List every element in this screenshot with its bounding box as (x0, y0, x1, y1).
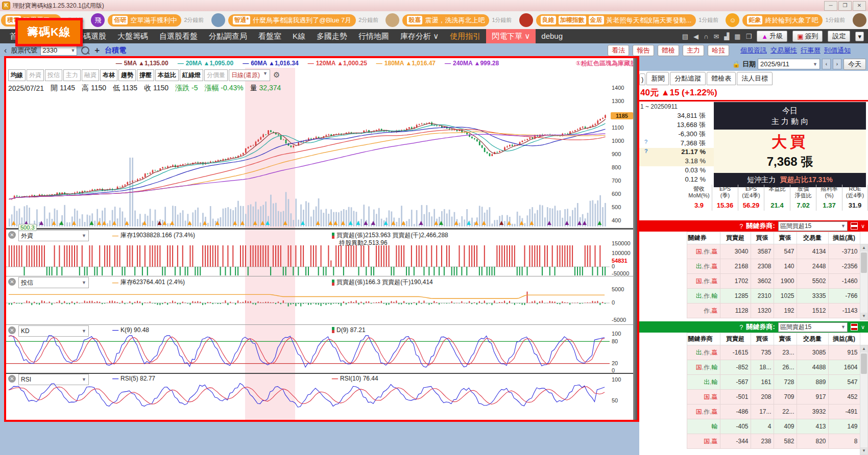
panel-splitter[interactable] (633, 58, 637, 420)
menu-item[interactable]: 自選股看盤 (154, 29, 203, 43)
broker-filter-select[interactable]: 區間賣超15▼ (778, 322, 848, 332)
today-button[interactable]: 今天 (843, 59, 866, 70)
broker-row[interactable]: 出,作,輸1285231010253335-766 (639, 289, 860, 304)
right-tab[interactable]: 分點追蹤 (670, 72, 706, 85)
collapse-chevron-icon[interactable]: ∨ (861, 223, 865, 230)
indicator-select[interactable]: 投信▼ (18, 277, 89, 288)
broker-row[interactable]: 国,作,贏-48617...22...3932-491 (639, 405, 860, 419)
investment-trust-chart[interactable] (6, 291, 610, 324)
indicator-button-紅綠燈[interactable]: 紅綠燈 (180, 69, 203, 81)
menu-item[interactable]: 看盤室 (253, 29, 287, 43)
indicator-button-布林[interactable]: 布林 (100, 69, 117, 81)
date-prev-button[interactable]: ‹ (822, 59, 831, 69)
ticker-message[interactable]: 良維加權指數金居黃老照每天都說隔天要發動... (536, 14, 696, 27)
mail-icon[interactable]: ✉ (713, 33, 719, 40)
broker-filter-select[interactable]: 區間買超15▼ (778, 221, 848, 231)
action-button-體檢[interactable]: 體檢 (658, 45, 679, 56)
broker-row[interactable]: 出,作,贏-161573523...3085915 (639, 345, 860, 360)
ticker-message[interactable]: 佰研空單滿手獲利中 (108, 14, 181, 27)
help-icon[interactable]: ? (644, 139, 647, 145)
indicator-button-均線[interactable]: 均線 (8, 69, 26, 81)
broker-row[interactable]: 輸-4054409413149 (639, 419, 860, 434)
close-icon[interactable]: ✕ (8, 278, 16, 286)
broker-row[interactable]: 出,作,贏216823081402448-2356 (639, 259, 860, 274)
ticker-message[interactable]: 殺嘉震盪，洗洗再北上吧 (402, 14, 489, 27)
broker-row[interactable]: 国,贏-3442385828208 (639, 434, 860, 449)
checkin-button[interactable]: ▣簽到 (792, 31, 823, 42)
period-select[interactable]: 日線(還原)▼ (229, 69, 270, 81)
info-link[interactable]: 交易屬性 (770, 46, 797, 55)
scrollbar[interactable]: ▲ ▼ (860, 244, 868, 320)
action-button-主力[interactable]: 主力 (683, 45, 704, 56)
action-button-報告[interactable]: 報告 (633, 45, 654, 56)
right-tab[interactable]: ) (639, 73, 645, 85)
info-link[interactable]: 個股資訊 (740, 46, 767, 55)
help-icon[interactable]: ? (644, 148, 648, 154)
menu-item[interactable]: 多國走勢 (311, 29, 353, 43)
search-icon[interactable] (81, 46, 89, 55)
grid-view-icon[interactable] (851, 323, 858, 331)
close-button[interactable]: ✕ (853, 1, 866, 11)
broker-row[interactable]: 作,贏112813201921512-1143 (639, 304, 860, 318)
info-link[interactable]: 到價通知 (824, 46, 851, 55)
right-tab[interactable]: 體檢表 (707, 72, 736, 85)
user-avatar[interactable]: 飛 (91, 13, 105, 27)
settings-dropdown-arrow[interactable]: ▾ (855, 32, 864, 41)
indicator-button-主力[interactable]: 主力 (63, 69, 81, 81)
action-button-看法[interactable]: 看法 (608, 45, 629, 56)
date-input[interactable]: 2025/9/11▼ (758, 59, 820, 69)
help-icon[interactable]: ? (739, 222, 743, 230)
stats-icon[interactable]: ▟ (724, 33, 729, 40)
chart-settings-gear-icon[interactable]: ⚙ (273, 70, 280, 80)
scrollbar[interactable]: ▲ ▼ (860, 345, 868, 455)
menu-item[interactable]: 庫存分析 ∨ (395, 29, 444, 43)
back-arrow-icon[interactable]: ‹ (4, 46, 7, 55)
user-avatar[interactable] (519, 13, 533, 27)
user-avatar[interactable] (211, 13, 225, 27)
right-tab[interactable]: 新聞 (646, 72, 669, 85)
menu-item[interactable]: debug (536, 29, 568, 43)
menu-item[interactable]: 使用指引 (444, 29, 486, 43)
broker-row[interactable]: 国,作,輸-85218...26...44881604 (639, 360, 860, 375)
indicator-button-本益比[interactable]: 本益比 (155, 69, 179, 81)
rsi-indicator-chart[interactable] (6, 380, 610, 420)
broker-row[interactable]: 国,作,贏304035875474134-3710 (639, 244, 860, 259)
badge-icon[interactable]: ▤ (682, 33, 688, 40)
menu-item[interactable]: 分點調查局 (203, 29, 253, 43)
menu-item[interactable]: 行情地圖 (353, 29, 395, 43)
menu-item[interactable]: 大盤籌碼 (112, 29, 154, 43)
indicator-button-外資[interactable]: 外資 (27, 69, 44, 81)
indicator-button-撐壓[interactable]: 撐壓 (137, 69, 154, 81)
qr-icon[interactable]: ▦ (734, 33, 740, 40)
broker-row[interactable]: 国,贏-501208709917452 (639, 390, 860, 405)
stock-code-input[interactable]: 2330▼ (40, 45, 77, 56)
date-next-button[interactable]: › (833, 59, 841, 69)
close-icon[interactable]: ✕ (8, 231, 16, 239)
lock-icon[interactable]: 🔒 (732, 60, 740, 68)
indicator-button-趨勢[interactable]: 趨勢 (118, 69, 136, 81)
grid-view-icon[interactable] (851, 222, 858, 230)
right-tab[interactable]: 法人目標 (737, 72, 773, 85)
ticker-message[interactable]: 鉅象終於輪到大象了吧 (742, 14, 823, 27)
settings-button[interactable]: 設定 (828, 31, 850, 42)
add-stock-button[interactable]: + (94, 45, 100, 56)
indicator-button-融資[interactable]: 融資 (82, 69, 99, 81)
menu-item[interactable]: K線 (287, 29, 311, 43)
user-avatar[interactable] (853, 13, 866, 27)
user-avatar[interactable] (385, 13, 399, 27)
menu-item[interactable]: 閃電下單 ∨ (486, 29, 536, 43)
headset-icon[interactable]: ∩ (704, 33, 708, 40)
maximize-button[interactable]: ❐ (838, 1, 852, 11)
ticker-message[interactable]: 智通*什麼鳥事都讓我遇到了@Blue 7月 (228, 14, 356, 27)
upgrade-button[interactable]: ▲升級 (757, 31, 787, 42)
collapse-chevron-icon[interactable]: ∨ (861, 324, 865, 331)
help-icon[interactable]: ? (739, 323, 743, 331)
foreign-investor-chart[interactable] (6, 245, 610, 275)
stock-name-link[interactable]: 台積電 (105, 46, 126, 55)
indicator-button-投信[interactable]: 投信 (45, 69, 62, 81)
main-candlestick-chart[interactable] (6, 86, 610, 229)
info-link[interactable]: 行事曆 (801, 46, 821, 55)
window-icon[interactable]: ❒ (746, 33, 752, 40)
kd-indicator-chart[interactable] (6, 332, 610, 372)
action-button-哈拉[interactable]: 哈拉 (708, 45, 729, 56)
